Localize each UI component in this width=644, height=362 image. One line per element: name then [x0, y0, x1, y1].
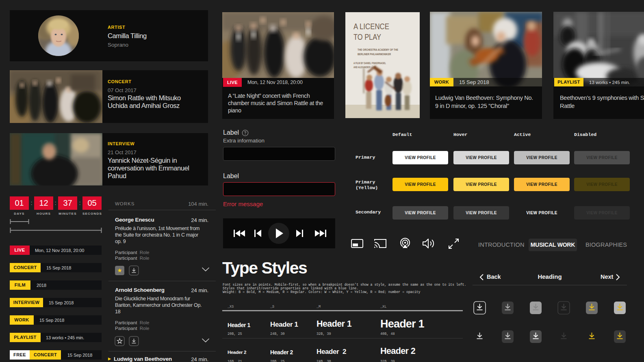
svg-text:A LICENCE: A LICENCE: [353, 22, 389, 31]
svg-text:TO PLAY: TO PLAY: [353, 32, 381, 41]
svg-text:A FILM BY DANIEL FINKERNAGEL: A FILM BY DANIEL FINKERNAGEL: [353, 62, 386, 65]
svg-text:BERLINER PHILHARMONIKER: BERLINER PHILHARMONIKER: [358, 52, 391, 56]
svg-text:THE ORCHESTRA ACADEMY OF THE: THE ORCHESTRA ACADEMY OF THE: [358, 48, 398, 52]
